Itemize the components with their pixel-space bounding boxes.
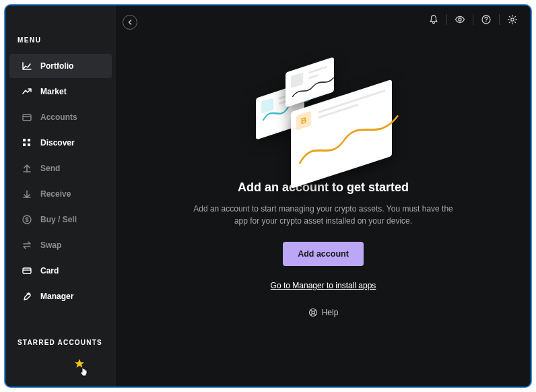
sidebar-item-buy-sell[interactable]: Buy / Sell	[9, 207, 112, 232]
illustration-wave	[296, 103, 401, 178]
chart-line-icon	[22, 61, 32, 71]
app-window: MENU Portfolio Market Accounts Discover	[4, 4, 532, 388]
empty-state-title: Add an account to get started	[238, 181, 409, 195]
help-link-label: Help	[322, 308, 339, 317]
bell-icon	[428, 14, 439, 25]
sidebar-item-label: Card	[40, 266, 59, 275]
sidebar-item-label: Discover	[40, 138, 75, 148]
manager-link[interactable]: Go to Manager to install apps	[271, 281, 376, 290]
swap-icon	[22, 240, 32, 251]
collapse-sidebar-button[interactable]	[123, 15, 137, 30]
sidebar-item-receive[interactable]: Receive	[9, 182, 112, 206]
settings-button[interactable]	[506, 13, 518, 26]
cursor-pointer-icon	[78, 366, 89, 380]
svg-rect-6	[23, 268, 31, 273]
svg-point-11	[511, 18, 514, 21]
svg-rect-2	[28, 139, 30, 141]
svg-point-7	[28, 294, 30, 295]
svg-point-14	[312, 311, 314, 314]
sidebar-item-send[interactable]: Send	[9, 156, 112, 181]
help-circle-icon	[481, 14, 492, 25]
topbar	[428, 13, 518, 26]
main-content: B Add an account to get started Add an a…	[116, 5, 531, 387]
sidebar-item-label: Accounts	[40, 112, 77, 122]
trend-icon	[22, 86, 32, 97]
empty-state: B Add an account to get started Add an a…	[116, 46, 531, 387]
chevron-left-icon	[127, 20, 133, 25]
svg-rect-4	[28, 143, 30, 146]
sidebar-item-card[interactable]: Card	[9, 259, 112, 283]
topbar-separator	[473, 14, 473, 25]
starred-accounts-dropzone[interactable]	[18, 353, 104, 374]
gear-icon	[507, 14, 518, 25]
wrench-icon	[22, 291, 32, 302]
sidebar-item-label: Buy / Sell	[40, 215, 77, 224]
eye-icon	[455, 14, 465, 25]
svg-point-10	[485, 21, 486, 22]
visibility-button[interactable]	[454, 13, 466, 26]
sidebar-item-label: Swap	[40, 240, 61, 250]
illustration: B	[249, 46, 397, 167]
sidebar-item-label: Manager	[40, 292, 73, 301]
sidebar: MENU Portfolio Market Accounts Discover	[5, 5, 116, 387]
starred-accounts-heading: STARRED ACCOUNTS	[5, 339, 116, 353]
sidebar-item-label: Portfolio	[40, 61, 73, 71]
svg-text:B: B	[301, 115, 307, 126]
topbar-separator	[499, 14, 500, 25]
sidebar-item-label: Send	[40, 164, 60, 173]
svg-rect-3	[23, 143, 26, 146]
sidebar-item-swap[interactable]: Swap	[9, 233, 112, 257]
grid-icon	[22, 137, 32, 148]
illustration-badge: B	[296, 111, 311, 131]
sidebar-item-portfolio[interactable]: Portfolio	[9, 54, 112, 78]
sidebar-item-discover[interactable]: Discover	[9, 131, 112, 155]
svg-point-8	[459, 18, 461, 21]
dollar-icon	[22, 214, 32, 225]
sidebar-item-accounts[interactable]: Accounts	[9, 105, 112, 129]
sidebar-item-manager[interactable]: Manager	[9, 284, 112, 308]
sidebar-item-market[interactable]: Market	[9, 79, 112, 104]
sidebar-item-label: Market	[40, 87, 67, 96]
sidebar-item-label: Receive	[40, 189, 71, 199]
svg-rect-1	[23, 139, 26, 141]
topbar-separator	[446, 14, 447, 25]
wallet-icon	[22, 112, 32, 123]
menu-heading: MENU	[5, 36, 116, 53]
arrow-up-icon	[22, 163, 32, 174]
notifications-button[interactable]	[428, 13, 440, 26]
help-button[interactable]	[480, 13, 492, 26]
empty-state-description: Add an account to start managing your cr…	[189, 203, 458, 227]
help-link[interactable]: Help	[308, 308, 339, 317]
arrow-down-icon	[22, 189, 32, 199]
svg-rect-0	[23, 115, 31, 121]
add-account-button[interactable]: Add account	[283, 242, 364, 266]
lifebuoy-icon	[308, 308, 318, 317]
card-icon	[22, 265, 32, 276]
